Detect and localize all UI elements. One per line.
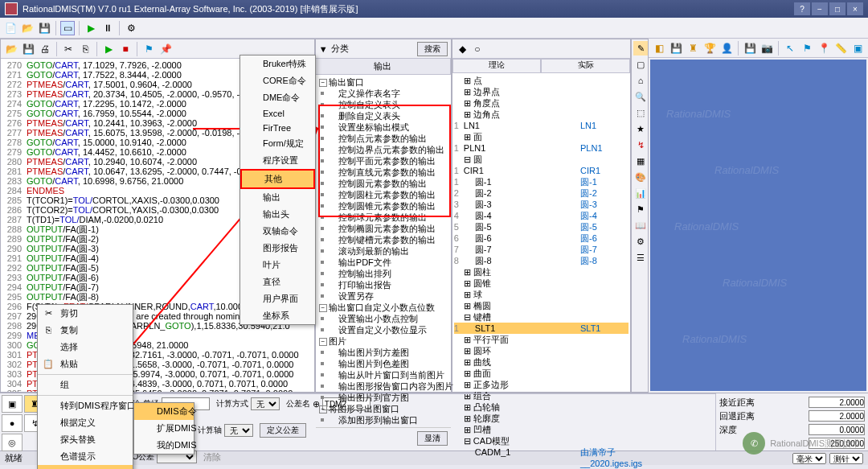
si-box-icon[interactable]: ▢ <box>633 57 648 72</box>
menu-item[interactable]: 用户界面 <box>240 290 315 307</box>
vp-cam-icon[interactable]: 📷 <box>760 41 774 56</box>
output-tree-item[interactable]: 添加图形到输出窗口 <box>317 414 449 426</box>
filter-icon[interactable]: ▼ <box>319 44 328 54</box>
output-tree-item[interactable]: 输出图片到方差图 <box>317 347 449 358</box>
feature-tree-row[interactable]: ⊞ 椭圆 <box>454 300 628 311</box>
output-tree-item[interactable]: 控制键槽元素参数的输出 <box>317 234 449 245</box>
feature-tree-row[interactable]: ⊞ 曲面 <box>454 368 628 379</box>
menu-item[interactable]: CORE命令 <box>240 72 315 89</box>
output-tree-item[interactable]: 输出图片到官方图 <box>317 392 449 403</box>
code-print-icon[interactable]: 🖨 <box>38 42 52 56</box>
approach-input[interactable] <box>809 397 865 408</box>
menu-item[interactable]: FirTree <box>240 121 315 135</box>
context-menu-item[interactable]: 色谱提示 <box>38 448 133 465</box>
code-copy-icon[interactable]: ⎘ <box>78 42 92 56</box>
menu-item[interactable]: 直径 <box>240 274 315 290</box>
save-icon[interactable]: 💾 <box>37 21 51 35</box>
menu-item[interactable]: 坐标系 <box>240 307 315 324</box>
feature-tree-row[interactable]: ⊞ 正多边形 <box>454 379 628 390</box>
code-save-icon[interactable]: 💾 <box>21 42 35 56</box>
output-tree-item[interactable]: 将图形导出图窗口 <box>317 403 449 414</box>
pause-icon[interactable]: ⏸ <box>100 21 115 35</box>
run-icon[interactable]: ▶ <box>84 21 98 35</box>
code-context-menu[interactable]: ✂剪切⎘复制选择📋粘贴组转到DMIS程序窗口根据定义探头替换色谱提示DMIS模板… <box>37 304 133 469</box>
output-tree-item[interactable]: 输出图片到色差图 <box>317 358 449 369</box>
submenu-item[interactable]: 我的DMIS <box>134 437 194 454</box>
output-tree-item[interactable]: 控制输出排列 <box>317 268 449 279</box>
output-tree-item[interactable]: 设置输出小数点控制 <box>317 313 449 324</box>
vp-cube-icon[interactable]: ▣ <box>850 41 865 56</box>
help-icon[interactable]: ? <box>794 2 810 15</box>
context-menu-item[interactable]: 探头替换 <box>38 431 133 448</box>
context-menu-item[interactable]: 根据定义 <box>38 414 133 431</box>
open-icon[interactable]: 📂 <box>20 21 35 35</box>
feat-icon2[interactable]: ○ <box>470 42 485 56</box>
submenu-item[interactable]: DMIS命令 <box>134 403 194 420</box>
clear-label[interactable]: 清除 <box>203 451 221 463</box>
si-chart-icon[interactable]: 📊 <box>633 186 648 200</box>
feature-tree-row[interactable]: 1LN1LN1 <box>454 120 628 131</box>
minimize-button[interactable]: − <box>812 2 828 15</box>
code-open-icon[interactable]: 📂 <box>4 42 18 56</box>
feature-tree-row[interactable]: ⊞ 圆锥 <box>454 278 628 289</box>
actual-tab[interactable]: 实际 <box>541 59 630 73</box>
output-tree-item[interactable]: 输出从叶片窗口到当前图片 <box>317 369 449 381</box>
feature-tree-row[interactable]: ⊞ 边角点 <box>454 109 628 120</box>
context-menu-item[interactable]: 选择 <box>38 339 133 356</box>
output-tree-item[interactable]: 输出窗口自定义小数点位数 <box>317 302 449 313</box>
viewport-canvas[interactable]: RationalDMIS RationalDMIS RationalDMIS R… <box>650 60 866 391</box>
feature-tree-row[interactable]: ⊞ 圆环 <box>454 345 628 356</box>
feature-tree-row[interactable]: 1PLN1PLN1 <box>454 142 628 154</box>
feature-tree-row[interactable]: ⊞ 圆柱 <box>454 266 628 278</box>
calc-axis-select[interactable]: 无 <box>224 424 253 437</box>
retract-input[interactable] <box>809 410 865 422</box>
feature-tree-row[interactable]: ⊞ 曲线 <box>454 356 628 368</box>
si-layers-icon[interactable]: ☰ <box>633 250 648 265</box>
si-star-icon[interactable]: ★ <box>633 121 648 136</box>
vp-save-icon[interactable]: 💾 <box>669 41 683 56</box>
menu-item[interactable]: Excel <box>240 106 315 121</box>
dmis-template-submenu[interactable]: DMIS命令扩展DMIS我的DMIS <box>133 402 194 455</box>
output-tree-item[interactable]: 控制点元素参数的输出 <box>317 133 449 144</box>
submenu-item[interactable]: 扩展DMIS <box>134 420 194 437</box>
menu-item[interactable]: DME命令 <box>240 89 315 106</box>
new-icon[interactable]: 📄 <box>3 21 18 35</box>
maximize-button[interactable]: □ <box>829 2 845 15</box>
bi-cube-icon[interactable]: ▣ <box>2 395 23 413</box>
output-tree-item[interactable]: 滚动到最新的输出 <box>317 245 449 257</box>
si-color-icon[interactable]: 🎨 <box>633 170 648 184</box>
output-tree-item[interactable]: 控制平面元素参数的输出 <box>317 155 449 167</box>
si-grid-icon[interactable]: ▦ <box>633 154 648 168</box>
menu-item[interactable]: 输出头 <box>240 206 315 223</box>
output-tree-item[interactable]: 定义操作表名字 <box>317 88 449 99</box>
output-tree-item[interactable]: 设置自定义小数位显示 <box>317 324 449 335</box>
menu-item[interactable]: 输出 <box>240 189 315 206</box>
code-pin-icon[interactable]: 📌 <box>158 42 173 56</box>
feature-tree-row[interactable]: ⊞ 面 <box>454 131 628 142</box>
si-zoom-icon[interactable]: 🔍 <box>633 89 648 104</box>
feature-tree-row[interactable]: 4圆-4圆-4 <box>454 210 628 221</box>
context-menu-item[interactable]: ✂剪切 <box>38 305 133 322</box>
vp-trophy-icon[interactable]: 🏆 <box>702 41 717 56</box>
menu-item[interactable]: 叶片 <box>240 257 315 274</box>
si-pencil-icon[interactable]: ✎ <box>633 41 648 56</box>
tab-icon[interactable]: ▭ <box>60 21 75 35</box>
output-tree-item[interactable]: 控制圆锥元素参数的输出 <box>317 200 449 212</box>
vp-pin-icon[interactable]: 📍 <box>817 41 831 56</box>
code-flag-icon[interactable]: ⚑ <box>141 42 156 56</box>
code-run-icon[interactable]: ▶ <box>101 42 116 56</box>
output-tree-item[interactable]: 控制直线元素参数的输出 <box>317 167 449 178</box>
feature-tree-row[interactable]: 3圆-3圆-3 <box>454 199 628 210</box>
feature-tree-row[interactable]: 2圆-2圆-2 <box>454 187 628 199</box>
feature-tree-row[interactable]: ⊞ 球 <box>454 289 628 300</box>
feature-tree-row[interactable]: ⊟ 圆 <box>454 154 628 165</box>
menu-item[interactable]: Bruker特殊 <box>240 56 315 72</box>
vp-shield-icon[interactable]: ♜ <box>686 41 700 56</box>
si-axis-icon[interactable]: ↯ <box>633 138 648 152</box>
context-menu-item[interactable]: ⎘复制 <box>38 322 133 339</box>
feature-tree-row[interactable]: 1SLT1SLT1 <box>454 323 628 334</box>
search-button[interactable]: 搜索 <box>417 42 448 56</box>
feature-tree-row[interactable]: 6圆-6圆-6 <box>454 232 628 244</box>
si-home-icon[interactable]: ⌂ <box>633 73 648 88</box>
output-tree-item[interactable]: 控制自定义表头 <box>317 99 449 110</box>
